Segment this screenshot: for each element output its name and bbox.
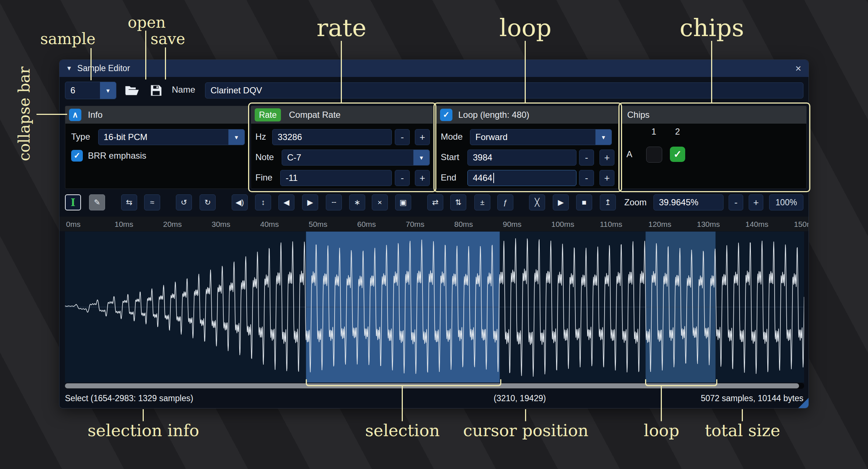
timeline-label: 150ms [794, 220, 809, 229]
brr-emphasis-label: BRR emphasis [88, 148, 146, 164]
amplify-icon[interactable]: ◀) [232, 194, 248, 210]
chevron-down-icon[interactable]: ▼ [228, 129, 244, 145]
annotation-line-cursor-position [525, 409, 526, 421]
check-icon: ✓ [443, 110, 450, 120]
resize-grip[interactable] [798, 398, 809, 408]
annotation-label-open: open [128, 13, 166, 31]
timeline-label: 20ms [163, 220, 182, 229]
fine-plus-button[interactable]: + [415, 170, 430, 186]
resample-icon[interactable]: ≈ [144, 194, 160, 210]
loop-bracket [645, 379, 717, 386]
draw-tool-icon[interactable]: ✎ [89, 194, 105, 210]
zoom-value-input[interactable]: 39.9645% [653, 194, 724, 210]
info-panel-title: Info [88, 110, 103, 120]
chip-row-label: A [626, 147, 632, 162]
invert-icon[interactable]: ⇅ [450, 194, 466, 210]
timeline-label: 100ms [551, 220, 574, 229]
info-collapse-button[interactable]: ∧ [69, 109, 81, 121]
selection-info-text: Select (1654-2983: 1329 samples) [65, 389, 193, 408]
hz-input[interactable]: 33286 [272, 129, 392, 145]
timeline-ruler[interactable]: 0ms10ms20ms30ms40ms50ms60ms70ms80ms90ms1… [59, 217, 809, 231]
crossfade-icon[interactable]: ╳ [529, 194, 545, 210]
resize-icon[interactable]: ⇆ [121, 194, 137, 210]
annotation-line-collapse-bar [36, 114, 67, 115]
fade-out-icon[interactable]: ▶ [302, 194, 318, 210]
type-label: Type [71, 129, 90, 145]
zoom-reset-button[interactable]: 100% [769, 194, 803, 210]
annotation-line-open [145, 31, 146, 80]
close-icon[interactable]: × [795, 63, 801, 74]
loop-start-input[interactable]: 3984 [467, 150, 576, 166]
annotation-line-save [165, 47, 166, 80]
apply-silence-icon[interactable]: ∗ [349, 194, 365, 210]
zoom-out-button[interactable]: - [729, 194, 743, 210]
rate-panel: Rate Compat Rate Hz 33286 - + Note C-7 ▼… [251, 106, 433, 189]
select-tool-icon[interactable]: I [65, 194, 81, 210]
annotation-label-chips: chips [680, 14, 744, 42]
window-collapse-icon[interactable]: ▼ [66, 65, 72, 72]
sample-number-select[interactable]: 6 ▼ [65, 82, 116, 99]
hz-plus-button[interactable]: + [415, 129, 430, 145]
chevron-down-icon[interactable]: ▼ [413, 150, 429, 165]
loop-panel-title: Loop (length: 480) [458, 110, 529, 120]
chips-grid: 12A✓ [621, 124, 806, 189]
chips-panel: Chips 12A✓ [621, 106, 807, 189]
fine-input[interactable]: -11 [280, 170, 392, 186]
cursor-position-text: (3210, 19429) [494, 389, 546, 408]
redo-icon[interactable]: ↻ [200, 194, 216, 210]
mode-label: Mode [441, 129, 463, 145]
chevron-down-icon[interactable]: ▼ [100, 82, 116, 99]
zoom-value: 39.9645% [659, 197, 698, 208]
annotation-line-loop [525, 41, 526, 102]
waveform-display[interactable] [65, 232, 804, 383]
hz-minus-button[interactable]: - [395, 129, 410, 145]
preview-icon[interactable]: ▶ [553, 194, 569, 210]
delete-icon[interactable]: × [372, 194, 388, 210]
loop-start-minus-button[interactable]: - [579, 150, 594, 166]
loop-end-value: 4464 [473, 173, 492, 183]
loop-start-plus-button[interactable]: + [599, 150, 614, 166]
titlebar[interactable]: ▼ Sample Editor × [59, 60, 809, 77]
annotation-line-rate [341, 41, 342, 102]
save-button[interactable] [147, 82, 165, 99]
fine-value: -11 [286, 173, 298, 183]
trim-icon[interactable]: ▣ [395, 194, 411, 210]
insert-silence-icon[interactable]: ╌ [326, 194, 342, 210]
zoom-in-button[interactable]: + [749, 194, 763, 210]
brr-emphasis-checkbox[interactable]: ✓ [71, 150, 83, 162]
text-caret [493, 173, 494, 183]
annotation-label-loop: loop [499, 14, 552, 42]
chip-checkbox[interactable]: ✓ [670, 147, 685, 162]
rate-badge[interactable]: Rate [255, 108, 281, 121]
annotation-line-total-size [742, 409, 743, 421]
loop-end-minus-button[interactable]: - [579, 170, 594, 186]
annotation-label-loop-bottom: loop [644, 421, 679, 440]
timeline-label: 60ms [357, 220, 376, 229]
fine-minus-button[interactable]: - [395, 170, 410, 186]
note-select[interactable]: C-7 ▼ [282, 150, 430, 166]
filter-icon[interactable]: ƒ [497, 194, 513, 210]
loop-mode-select[interactable]: Forward ▼ [470, 129, 612, 145]
timeline-label: 40ms [260, 220, 279, 229]
loop-end-plus-button[interactable]: + [599, 170, 614, 186]
annotation-label-save: save [150, 30, 185, 48]
check-icon: ✓ [74, 151, 80, 160]
chip-checkbox[interactable] [646, 147, 662, 163]
chevron-up-icon: ∧ [72, 110, 78, 120]
chevron-down-icon[interactable]: ▼ [595, 129, 612, 145]
sign-icon[interactable]: ± [474, 194, 490, 210]
loop-end-input[interactable]: 4464 [467, 170, 576, 186]
note-label: Note [255, 149, 274, 165]
stop-icon[interactable]: ■ [576, 194, 592, 210]
name-input[interactable]: Clarinet DQV [205, 82, 803, 98]
loop-enable-checkbox[interactable]: ✓ [440, 109, 452, 121]
undo-icon[interactable]: ↺ [176, 194, 192, 210]
loop-end-label: End [441, 170, 456, 186]
normalize-icon[interactable]: ↕ [255, 194, 271, 210]
type-select[interactable]: 16-bit PCM ▼ [98, 129, 245, 145]
open-button[interactable] [122, 82, 142, 99]
wavetable-icon[interactable]: ↥ [600, 194, 616, 210]
reverse-icon[interactable]: ⇄ [427, 194, 443, 210]
annotation-label-selection: selection [365, 421, 440, 440]
fade-in-icon[interactable]: ◀ [278, 194, 294, 210]
